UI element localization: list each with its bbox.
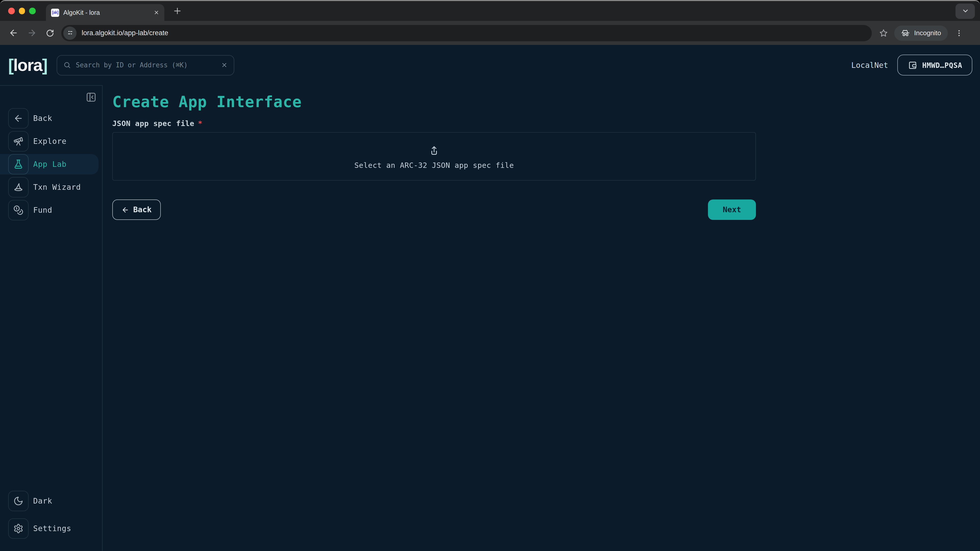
incognito-badge: Incognito [894,25,948,41]
flask-icon [8,154,29,175]
tab-strip: [ak] AlgoKit - lora [0,1,980,21]
sidebar-item-theme-dark[interactable]: Dark [0,491,102,511]
telescope-icon [8,131,29,151]
panel-collapse-icon [86,92,97,103]
app-page: [lora] LocalNet [0,45,980,551]
logo-close-bracket: ] [42,57,47,73]
sidebar-item-label: Txn Wizard [33,183,81,192]
logo-open-bracket: [ [8,57,13,73]
reload-icon [45,28,55,38]
page-title: Create App Interface [112,91,980,112]
minimize-window-button[interactable] [19,8,25,14]
sidebar-item-label: Explore [33,137,67,146]
sidebar-item-explore[interactable]: Explore [0,131,102,151]
browser-back-button[interactable] [7,27,19,39]
arrow-left-icon [121,206,129,213]
sidebar-item-label: Dark [33,496,52,506]
wallet-icon [907,60,918,70]
global-search[interactable] [56,55,234,75]
dropzone-text: Select an ARC-32 JSON app spec file [354,161,514,169]
arrow-right-icon [27,28,37,38]
tab-title: AlgoKit - lora [63,9,150,16]
chevron-down-icon [961,7,969,15]
incognito-label: Incognito [914,29,941,37]
sidebar-item-fund[interactable]: Fund [0,200,102,221]
browser-reload-button[interactable] [44,27,56,39]
gear-icon [8,518,29,539]
back-button-label: Back [133,205,151,214]
sidebar-item-label: Back [33,114,52,123]
file-dropzone[interactable]: Select an ARC-32 JSON app spec file [112,132,756,181]
sidebar-item-label: App Lab [33,160,67,169]
logo-wordmark: lora [13,57,42,73]
tab-favicon: [ak] [51,8,59,17]
moon-icon [8,491,29,511]
network-label: LocalNet [851,60,888,70]
back-button[interactable]: Back [112,200,161,220]
bookmark-star-icon[interactable] [879,28,888,38]
wallet-button[interactable]: HMWD…PQSA [897,55,972,76]
required-marker: * [198,119,202,127]
field-label: JSON app spec file [112,119,194,127]
wallet-address: HMWD…PQSA [922,61,962,69]
url-text: lora.algokit.io/app-lab/create [82,29,168,37]
incognito-icon [901,28,910,38]
browser-menu-button[interactable] [953,29,965,37]
arrow-left-icon [8,28,18,38]
tune-icon [66,29,74,37]
kebab-menu-icon [955,29,963,37]
coins-icon [8,200,29,221]
zoom-window-button[interactable] [29,8,35,14]
browser-toolbar: lora.algokit.io/app-lab/create Incognito [0,21,980,45]
wizard-hat-icon [8,177,29,197]
sidebar-item-back[interactable]: Back [0,108,102,129]
browser-tab[interactable]: [ak] AlgoKit - lora [46,4,164,21]
sidebar-collapse-row [0,92,102,103]
field-label-row: JSON app spec file * [112,119,980,127]
url-bar[interactable]: lora.algokit.io/app-lab/create [61,25,872,41]
upload-icon [428,144,440,156]
search-icon [63,61,71,69]
sidebar-item-label: Fund [33,206,52,215]
app-body: Back Explore [0,85,980,551]
sidebar-item-label: Settings [33,524,71,533]
app-header: [lora] LocalNet [0,45,980,85]
sidebar-spacer [0,223,102,491]
lora-logo[interactable]: [lora] [8,57,47,73]
site-settings-button[interactable] [63,26,76,40]
next-button[interactable]: Next [708,200,756,220]
tab-search-button[interactable] [956,3,975,19]
search-input[interactable] [76,61,216,69]
arrow-left-icon [8,108,29,129]
sidebar-collapse-button[interactable] [86,92,97,103]
next-button-label: Next [723,205,741,214]
tab-close-icon[interactable] [154,10,159,15]
window-controls [0,8,40,14]
sidebar-item-settings[interactable]: Settings [0,518,102,539]
main-content: Create App Interface JSON app spec file … [103,85,980,551]
sidebar-nav: Back Explore [0,108,102,223]
sidebar-item-txn-wizard[interactable]: Txn Wizard [0,177,102,197]
search-clear-icon[interactable] [221,62,228,68]
browser-window: [ak] AlgoKit - lora [0,0,980,551]
close-window-button[interactable] [8,8,14,14]
sidebar: Back Explore [0,85,103,551]
sidebar-item-app-lab[interactable]: App Lab [0,154,99,175]
new-tab-button[interactable] [172,6,182,16]
form-footer: Back Next [112,200,756,220]
browser-forward-button[interactable] [25,27,38,39]
